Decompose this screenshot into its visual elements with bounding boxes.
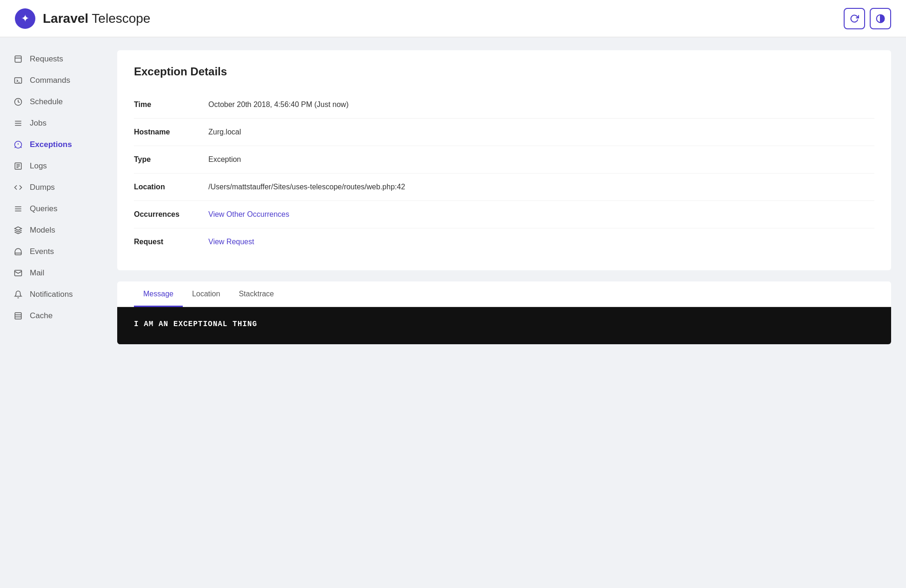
sidebar-item-notifications[interactable]: Notifications bbox=[0, 284, 102, 305]
mail-icon bbox=[13, 268, 23, 278]
theme-button[interactable] bbox=[870, 8, 891, 29]
header-brand: ✦ Laravel Telescope bbox=[15, 8, 150, 29]
sidebar-item-logs[interactable]: Logs bbox=[0, 155, 102, 177]
value-hostname: Zurg.local bbox=[208, 128, 874, 136]
detail-row-hostname: Hostname Zurg.local bbox=[134, 119, 874, 146]
app-title: Laravel Telescope bbox=[43, 11, 150, 26]
cache-icon bbox=[13, 311, 23, 321]
detail-row-location: Location /Users/mattstauffer/Sites/uses-… bbox=[134, 174, 874, 201]
sidebar-label-dumps: Dumps bbox=[30, 183, 55, 192]
dumps-icon bbox=[13, 182, 23, 193]
label-request: Request bbox=[134, 238, 208, 246]
sidebar-item-queries[interactable]: Queries bbox=[0, 198, 102, 220]
requests-icon bbox=[13, 54, 23, 64]
sidebar-item-cache[interactable]: Cache bbox=[0, 305, 102, 327]
schedule-icon bbox=[13, 97, 23, 107]
sidebar-label-models: Models bbox=[30, 226, 55, 235]
detail-row-time: Time October 20th 2018, 4:56:40 PM (Just… bbox=[134, 91, 874, 119]
queries-icon bbox=[13, 204, 23, 214]
detail-row-request: Request View Request bbox=[134, 228, 874, 255]
svg-rect-1 bbox=[15, 56, 21, 62]
exceptions-icon bbox=[13, 140, 23, 150]
value-location: /Users/mattstauffer/Sites/uses-telescope… bbox=[208, 183, 874, 191]
sidebar-item-mail[interactable]: Mail bbox=[0, 262, 102, 284]
sidebar-label-cache: Cache bbox=[30, 311, 53, 321]
label-time: Time bbox=[134, 100, 208, 109]
card-title: Exception Details bbox=[134, 65, 874, 78]
detail-row-occurrences: Occurrences View Other Occurrences bbox=[134, 201, 874, 228]
sidebar-label-jobs: Jobs bbox=[30, 119, 47, 128]
tab-stacktrace[interactable]: Stacktrace bbox=[229, 281, 283, 307]
notifications-icon bbox=[13, 289, 23, 300]
sidebar-item-dumps[interactable]: Dumps bbox=[0, 177, 102, 198]
svg-rect-2 bbox=[15, 78, 22, 83]
logo-icon: ✦ bbox=[15, 8, 35, 29]
label-hostname: Hostname bbox=[134, 128, 208, 136]
label-occurrences: Occurrences bbox=[134, 210, 208, 219]
view-other-occurrences-link[interactable]: View Other Occurrences bbox=[208, 210, 289, 219]
sidebar-label-queries: Queries bbox=[30, 204, 58, 214]
sidebar-label-schedule: Schedule bbox=[30, 97, 63, 107]
sidebar-label-exceptions: Exceptions bbox=[30, 140, 72, 149]
events-icon bbox=[13, 247, 23, 257]
sidebar-label-notifications: Notifications bbox=[30, 290, 73, 299]
tab-location[interactable]: Location bbox=[183, 281, 230, 307]
header-actions bbox=[844, 8, 891, 29]
models-icon bbox=[13, 225, 23, 235]
sidebar-item-models[interactable]: Models bbox=[0, 220, 102, 241]
label-location: Location bbox=[134, 183, 208, 191]
main-content: Exception Details Time October 20th 2018… bbox=[102, 37, 906, 588]
jobs-icon bbox=[13, 118, 23, 128]
sidebar-item-exceptions[interactable]: Exceptions bbox=[0, 134, 102, 155]
code-block: I AM AN EXCEPTIONAL THING bbox=[117, 307, 891, 344]
sidebar-label-logs: Logs bbox=[30, 161, 47, 171]
sidebar-item-schedule[interactable]: Schedule bbox=[0, 91, 102, 113]
detail-row-type: Type Exception bbox=[134, 146, 874, 174]
sidebar-item-requests[interactable]: Requests bbox=[0, 48, 102, 70]
exception-details-card: Exception Details Time October 20th 2018… bbox=[117, 50, 891, 270]
sidebar-label-events: Events bbox=[30, 247, 54, 256]
sidebar-item-jobs[interactable]: Jobs bbox=[0, 113, 102, 134]
sidebar-label-requests: Requests bbox=[30, 54, 63, 64]
value-time: October 20th 2018, 4:56:40 PM (Just now) bbox=[208, 100, 874, 109]
code-content: I AM AN EXCEPTIONAL THING bbox=[134, 320, 257, 328]
label-type: Type bbox=[134, 155, 208, 164]
app-header: ✦ Laravel Telescope bbox=[0, 0, 906, 37]
sidebar-item-events[interactable]: Events bbox=[0, 241, 102, 262]
tabs-card: Message Location Stacktrace I AM AN EXCE… bbox=[117, 281, 891, 344]
commands-icon bbox=[13, 75, 23, 86]
main-layout: Requests Commands Schedule Jobs Exceptio bbox=[0, 37, 906, 588]
refresh-button[interactable] bbox=[844, 8, 865, 29]
tab-message[interactable]: Message bbox=[134, 281, 183, 307]
sidebar: Requests Commands Schedule Jobs Exceptio bbox=[0, 37, 102, 588]
sidebar-label-commands: Commands bbox=[30, 76, 70, 85]
svg-marker-17 bbox=[15, 227, 22, 231]
svg-rect-19 bbox=[15, 313, 21, 319]
logs-icon bbox=[13, 161, 23, 171]
sidebar-label-mail: Mail bbox=[30, 268, 44, 278]
sidebar-item-commands[interactable]: Commands bbox=[0, 70, 102, 91]
value-type: Exception bbox=[208, 155, 874, 164]
view-request-link[interactable]: View Request bbox=[208, 238, 254, 246]
tabs-header: Message Location Stacktrace bbox=[117, 281, 891, 307]
